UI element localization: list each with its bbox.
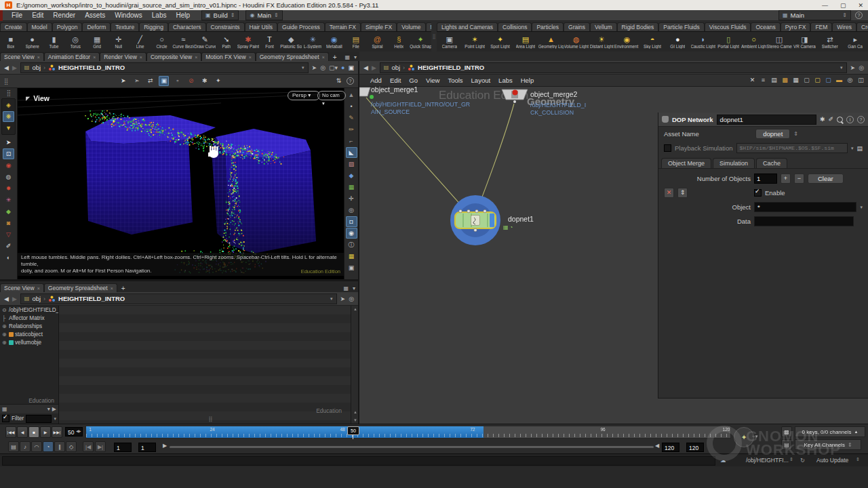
minimize-button[interactable]: — [822,2,828,9]
display-mode-icon[interactable]: ▼ [3,123,14,134]
shelf-tool[interactable]: ◓ Sky Light [639,32,665,52]
network-toolbar-icon[interactable]: ▢ [802,75,811,85]
scroll-up-icon[interactable]: ▲ [353,307,357,311]
shelf-tool[interactable]: ▲ Geometry Light [538,32,564,52]
tab-close-icon[interactable] [37,54,40,60]
shelf-tab[interactable]: Deform [82,22,111,31]
menu-item[interactable]: Windows [110,12,147,19]
display-option-icon[interactable]: • [346,101,357,112]
node-name-field[interactable]: dopnet1 [717,115,816,125]
forward-icon[interactable]: ▶ [12,64,17,71]
display-option-icon[interactable]: ⌐ [346,136,357,146]
node-label[interactable]: dopnet1 [508,215,534,223]
keyframe-view-icon[interactable]: ▩ [781,426,792,437]
viewport-tool-icon[interactable]: ➣ [132,76,142,86]
pane-layout-icon[interactable]: ▦ [344,54,350,60]
display-option-icon[interactable]: ▦ [346,251,357,262]
chevron-down-icon[interactable]: ▾ [302,65,304,70]
network-toolbar-icon[interactable]: ✕ [748,75,757,85]
menu-item[interactable]: File [7,12,27,19]
global-start-field[interactable]: 1 [114,443,132,452]
shelf-tab[interactable]: Oceans [751,22,780,31]
toolbar-grip-icon[interactable]: ⣿ [7,89,11,96]
shelf-tool[interactable]: ▤ Area Light [513,32,538,52]
shelf-tool[interactable]: ✳ L-System [302,32,323,52]
viewport-state-icon[interactable]: ◍ [3,171,14,182]
tree-expand-icon[interactable]: ⊕ [2,331,7,338]
shelf-drag-handle[interactable]: ⣿ [431,21,437,52]
viewport-tool-icon[interactable]: ⊘ [186,76,196,86]
shelf-tool[interactable]: ▮ Tube [43,32,65,52]
shelf-tab[interactable]: Guide Process [277,22,325,31]
breadcrumb[interactable]: ▤ obj › HEIGHTFIELD_INTRO ▾ [20,293,337,304]
node-label[interactable]: object_merge2 [530,90,577,98]
splitter-grip-icon[interactable]: ⣿ [209,416,213,422]
memory-icon[interactable]: ☁ [720,457,726,464]
prev-keyframe-icon[interactable]: |◀ [83,441,94,452]
viewport-state-icon[interactable]: ◆ [3,206,14,217]
shelf-tab[interactable]: Constraints [206,22,245,31]
shelf-tool[interactable]: ● GI Light [665,32,690,52]
snapshot-icon[interactable]: ● [341,64,344,71]
frame-step-icons[interactable]: ◀▸ [76,428,81,433]
timeline-ruler[interactable]: 1 24 48 72 96 120 50 [85,426,731,439]
playbar-option-icon[interactable]: ◔ [43,441,54,452]
shelf-tool[interactable]: ✛ Null [108,32,130,52]
pin-icon[interactable]: ➤ [312,64,317,71]
network-toolbar-icon[interactable]: ▩ [781,75,789,85]
clear-button[interactable]: Clear [808,174,844,184]
reorder-icon[interactable]: ⇕ [677,188,688,198]
shelf-tool[interactable]: ✶ Point Light [462,32,487,52]
display-option-icon[interactable]: ▦ [346,182,357,192]
add-icon[interactable]: + [781,174,791,184]
param-tab[interactable]: Simulation [713,158,755,168]
sim-file-field[interactable]: $HIP/sim/$HIPNAME.$OS.$SF.sim [736,143,848,153]
chevron-down-icon[interactable]: ▾ [54,416,56,422]
spreadsheet-grid[interactable]: Education ⣿ ▲ ▲ ▼ [59,306,358,424]
object-field[interactable]: * [754,202,856,212]
pane-layout-icon[interactable]: ▦ [343,285,349,291]
playbar-option-icon[interactable]: ♪ [20,441,31,452]
scroll-down-icon[interactable]: ▲ [353,410,357,414]
shelf-tool[interactable]: ✦ Spot Light [488,32,513,52]
range-slider-handle[interactable]: ◀ [655,443,659,449]
viewer-selector[interactable]: ◉ Main ⇕ [245,10,282,20]
shelf-tool[interactable]: ◉ Metaball [323,32,345,52]
transport-button[interactable]: ▶ [40,426,51,438]
display-option-icon[interactable]: ◎ [346,205,357,216]
wire[interactable] [477,104,514,211]
shelf-tab[interactable]: Crowds [856,22,868,31]
current-node-selector[interactable]: /obj/HEIGHTFI... [746,457,789,464]
search-icon[interactable] [837,117,843,123]
display-option-icon[interactable]: ◘ [346,216,357,227]
tree-item[interactable]: ⊖ /obj/HEIGHTFIELD_ [0,306,58,314]
radar-icon[interactable]: ◎ [349,296,354,302]
play-icon[interactable]: ▶ [52,406,56,412]
pane-tab[interactable]: Scene View [0,283,44,292]
help-icon[interactable]: ? [857,116,865,123]
maximize-button[interactable]: ▢ [840,2,846,9]
view-cube-icon[interactable]: ▢▾ [329,64,338,71]
viewport-state-icon[interactable]: ✸ [3,183,14,194]
display-option-icon[interactable]: ◉ [346,228,357,239]
shelf-tool[interactable]: ◍ Volume Light [564,32,589,52]
shelf-tool[interactable]: T Font [259,32,281,52]
node-label[interactable]: object_merge1 [371,87,418,94]
enable-checkbox[interactable] [754,189,762,197]
shelf-tab[interactable]: Rigging [139,22,168,31]
chevron-down-icon[interactable]: ▾ [47,406,50,412]
shelf-tool[interactable]: ▦ Grid [86,32,108,52]
viewport-state-icon[interactable]: ◙ [3,218,14,228]
breadcrumb[interactable]: ▤ obj › HEIGHTFIELD_INTRO ▾ [20,62,309,73]
menu-item[interactable]: Layout [467,77,495,84]
viewport-state-icon[interactable]: ✐ [3,241,14,251]
filter-checkbox[interactable] [2,415,9,422]
sort-icon[interactable]: ⇅ [334,76,344,86]
num-objects-input[interactable]: 1 [754,174,777,184]
shelf-tool[interactable]: ◫ Stereo Camera [766,32,791,52]
chevron-down-icon[interactable]: ▾ [330,296,333,302]
menu-item[interactable]: View [422,77,443,84]
tab-close-icon[interactable] [93,54,96,60]
display-option-icon[interactable]: ▲ [346,89,357,100]
playbar-option-icon[interactable]: ◇ [66,441,77,452]
